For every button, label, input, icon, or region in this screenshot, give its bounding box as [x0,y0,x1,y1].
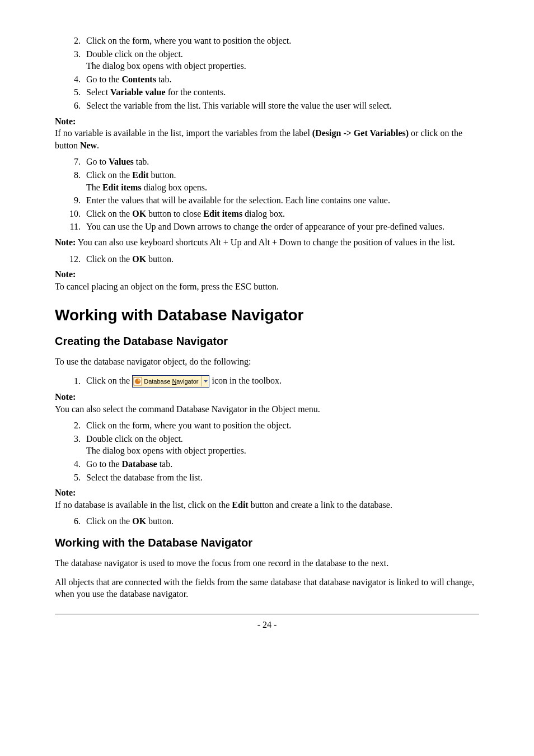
list-text: Click on the Edit button. The Edit items… [86,169,479,193]
list-item: 6. Click on the OK button. [55,515,479,528]
list-number: 7. [65,156,81,168]
list-number: 3. [65,433,81,457]
ordered-list-c: 12. Click on the OK button. [55,253,479,265]
note-block: Note: To cancel placing an object on the… [55,268,479,292]
footer-divider [55,614,479,614]
list-text: Select the variable from the list. This … [86,100,479,112]
paragraph: The database navigator is used to move t… [55,557,479,570]
list-item: 6. Select the variable from the list. Th… [55,100,479,112]
list-number: 2. [65,419,81,432]
ordered-list-a: 2. Click on the form, where you want to … [55,35,479,112]
note-label: Note: [55,392,76,402]
list-number: 9. [65,194,81,207]
list-number: 8. [65,169,81,193]
list-number: 3. [65,48,81,72]
list-number: 5. [65,86,81,99]
list-text: Select the database from the list. [86,472,479,484]
list-number: 1. [65,375,81,388]
list-text: Click on the OK button. [86,515,479,528]
list-number: 12. [65,253,81,265]
list-item: 10. Click on the OK button to close Edit… [55,208,479,220]
note-label: Note: [55,237,76,247]
heading-creating-db-nav: Creating the Database Navigator [55,334,479,349]
list-item: 3. Double click on the object. The dialo… [55,48,479,72]
note-label: Note: [55,116,76,126]
list-item: 7. Go to Values tab. [55,156,479,168]
note-block: Note: You can also use keyboard shortcut… [55,236,479,249]
list-text: Double click on the object. The dialog b… [86,433,479,457]
list-text: Enter the values that will be available … [86,194,479,207]
list-text: Go to Values tab. [86,156,479,168]
note-label: Note: [55,488,76,497]
paragraph: All objects that are connected with the … [55,576,479,600]
ordered-list-d: 1. Click on the Database Navigator icon … [55,375,479,388]
list-item: 11. You can use the Up and Down arrows t… [55,221,479,233]
list-number: 6. [65,100,81,112]
dropdown-arrow-icon[interactable] [202,376,209,386]
list-text: You can use the Up and Down arrows to ch… [86,221,479,233]
list-number: 10. [65,208,81,220]
list-item: 1. Click on the Database Navigator icon … [55,375,479,388]
list-number: 2. [65,35,81,47]
ordered-list-e: 2. Click on the form, where you want to … [55,419,479,483]
list-number: 11. [65,221,81,233]
ordered-list-b: 7. Go to Values tab. 8. Click on the Edi… [55,156,479,233]
list-number: 6. [65,515,81,528]
list-item: 12. Click on the OK button. [55,253,479,265]
list-text: Click on the form, where you want to pos… [86,419,479,432]
note-block: Note: You can also select the command Da… [55,391,479,415]
list-item: 3. Double click on the object. The dialo… [55,433,479,457]
list-item: 9. Enter the values that will be availab… [55,194,479,207]
list-item: 4. Go to the Contents tab. [55,73,479,86]
heading-working-with-db-nav: Working with Database Navigator [55,305,479,326]
database-navigator-button[interactable]: Database Navigator [132,375,209,388]
list-text: Click on the OK button to close Edit ite… [86,208,479,220]
database-navigator-icon [133,376,143,386]
list-text: Click on the form, where you want to pos… [86,35,479,47]
list-item: 4. Go to the Database tab. [55,458,479,470]
list-number: 5. [65,472,81,484]
list-text: Go to the Contents tab. [86,73,479,86]
ordered-list-f: 6. Click on the OK button. [55,515,479,528]
list-text: Go to the Database tab. [86,458,479,470]
note-block: Note: If no variable is available in the… [55,115,479,152]
list-number: 4. [65,73,81,86]
list-item: 2. Click on the form, where you want to … [55,419,479,432]
list-item: 2. Click on the form, where you want to … [55,35,479,47]
list-text: Click on the OK button. [86,253,479,265]
database-navigator-label: Database Navigator [143,377,202,386]
note-block: Note: If no database is available in the… [55,487,479,511]
list-text: Double click on the object. The dialog b… [86,48,479,72]
list-item: 5. Select Variable value for the content… [55,86,479,99]
list-item: 5. Select the database from the list. [55,472,479,484]
paragraph: To use the database navigator object, do… [55,356,479,368]
page-number: - 24 - [55,619,479,631]
list-number: 4. [65,458,81,470]
list-item: 8. Click on the Edit button. The Edit it… [55,169,479,193]
list-text: Select Variable value for the contents. [86,86,479,99]
note-label: Note: [55,269,76,279]
list-text: Click on the Database Navigator icon in … [86,375,479,388]
heading-working-with-db-nav-sub: Working with the Database Navigator [55,535,479,550]
